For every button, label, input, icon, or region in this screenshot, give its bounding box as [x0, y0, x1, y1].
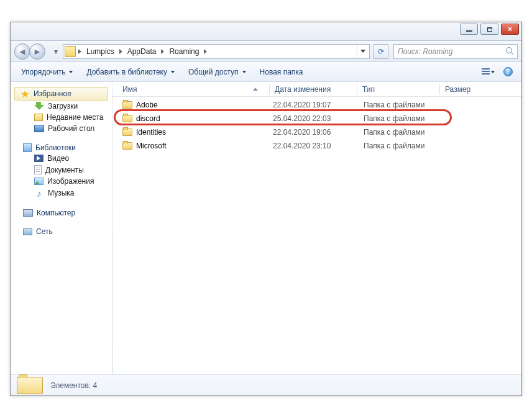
video-icon [34, 155, 44, 162]
column-header-size[interactable]: Размер [440, 83, 496, 96]
status-item-count: Элементов: 4 [50, 381, 97, 390]
organize-button[interactable]: Упорядочить [16, 65, 78, 79]
nav-back-button[interactable]: ◄ [14, 43, 30, 60]
include-in-library-button[interactable]: Добавить в библиотеку [81, 65, 180, 79]
sidebar-item-downloads[interactable]: Загрузки [11, 101, 112, 112]
computer-label: Компьютер [37, 209, 75, 217]
sidebar-item-label: Видео [47, 154, 69, 163]
nav-forward-button[interactable]: ► [29, 43, 45, 60]
column-header-name[interactable]: Имя [117, 83, 269, 96]
folder-icon [122, 142, 132, 150]
chevron-right-icon [161, 49, 164, 54]
share-label: Общий доступ [188, 68, 239, 76]
star-icon: ★ [20, 89, 30, 99]
computer-icon [23, 209, 33, 217]
file-name: Microsoft [136, 142, 167, 150]
window-close-button[interactable]: × [501, 24, 519, 35]
address-bar[interactable]: Lumpics AppData Roaming [63, 44, 370, 59]
folder-icon [122, 129, 132, 136]
window-maximize-button[interactable] [480, 24, 498, 35]
file-modified: 25.04.2020 22:03 [273, 114, 360, 123]
navigation-row: ◄ ► ▾ Lumpics AppData Roaming ⟳ [11, 41, 521, 62]
include-label: Добавить в библиотеку [86, 68, 167, 76]
sidebar-libraries-header[interactable]: Библиотеки [11, 143, 112, 153]
desktop-icon [34, 125, 44, 132]
column-label: Дата изменения [275, 85, 331, 94]
sidebar-favorites-header[interactable]: ★ Избранное [14, 87, 108, 101]
breadcrumb-segment[interactable]: Lumpics [84, 45, 117, 58]
help-icon: ? [503, 67, 513, 76]
libraries-label: Библиотеки [35, 143, 76, 152]
refresh-button[interactable]: ⟳ [374, 44, 388, 59]
chevron-down-icon [360, 50, 365, 53]
sidebar-item-label: Недавние места [47, 113, 103, 122]
sidebar-item-desktop[interactable]: Рабочий стол [11, 123, 112, 134]
column-label: Размер [445, 85, 470, 94]
new-folder-label: Новая папка [260, 68, 303, 76]
sidebar-network-header[interactable]: Сеть [11, 227, 112, 237]
view-options-button[interactable] [479, 65, 497, 79]
folder-icon [122, 101, 132, 109]
share-button[interactable]: Общий доступ [183, 65, 252, 79]
breadcrumb-segment[interactable]: AppData [125, 45, 159, 58]
pictures-icon [34, 178, 44, 185]
file-type: Папка с файлами [364, 142, 463, 150]
file-modified: 22.04.2020 19:06 [273, 128, 360, 137]
sidebar-item-recent[interactable]: Недавние места [11, 112, 112, 123]
sidebar-item-videos[interactable]: Видео [11, 153, 112, 164]
file-type: Папка с файлами [364, 114, 463, 123]
sidebar-item-documents[interactable]: Документы [11, 164, 112, 176]
chevron-right-icon [78, 49, 81, 54]
favorites-label: Избранное [34, 89, 71, 98]
downloads-icon [34, 102, 44, 111]
folder-large-icon [17, 377, 43, 394]
command-toolbar: Упорядочить Добавить в библиотеку Общий … [11, 62, 521, 82]
column-headers: Имя Дата изменения Тип Размер [112, 82, 521, 97]
breadcrumb-segment[interactable]: Roaming [167, 45, 201, 58]
recent-places-icon [34, 114, 43, 121]
music-icon: ♪ [34, 188, 44, 198]
document-icon [34, 165, 42, 174]
file-modified: 22.04.2020 23:10 [273, 142, 360, 150]
column-label: Тип [362, 85, 375, 94]
file-row[interactable]: Adobe22.04.2020 19:07Папка с файлами [117, 98, 516, 112]
folder-icon [65, 46, 76, 57]
file-row[interactable]: Microsoft22.04.2020 23:10Папка с файлами [117, 139, 516, 153]
file-row[interactable]: Identities22.04.2020 19:06Папка с файлам… [117, 125, 516, 139]
file-modified: 22.04.2020 19:07 [273, 101, 360, 109]
window-minimize-button[interactable] [460, 24, 478, 35]
window-titlebar: × [11, 22, 521, 41]
file-row[interactable]: discord25.04.2020 22:03Папка с файлами [117, 112, 516, 125]
chevron-down-icon [242, 71, 246, 73]
minimize-icon [466, 30, 472, 32]
search-input[interactable] [397, 47, 503, 56]
column-header-modified[interactable]: Дата изменения [270, 83, 357, 96]
network-label: Сеть [36, 227, 53, 236]
help-button[interactable]: ? [499, 65, 516, 79]
sort-ascending-icon [253, 88, 258, 91]
chevron-down-icon [171, 71, 175, 73]
chevron-down-icon [69, 71, 73, 73]
sidebar-computer-header[interactable]: Компьютер [11, 208, 112, 218]
nav-history-dropdown[interactable]: ▾ [52, 45, 60, 58]
new-folder-button[interactable]: Новая папка [254, 65, 309, 79]
address-dropdown[interactable] [357, 45, 368, 58]
file-name: Adobe [136, 101, 158, 109]
chevron-right-icon [204, 49, 207, 54]
search-icon [506, 47, 515, 56]
file-list-pane: Имя Дата изменения Тип Размер Adobe22.04… [112, 82, 521, 374]
sidebar-item-label: Музыка [48, 189, 74, 197]
organize-label: Упорядочить [21, 68, 65, 76]
refresh-icon: ⟳ [378, 47, 384, 56]
chevron-right-icon [119, 49, 122, 54]
maximize-icon [487, 27, 492, 32]
sidebar-item-pictures[interactable]: Изображения [11, 176, 112, 187]
file-type: Папка с файлами [364, 101, 463, 109]
column-header-type[interactable]: Тип [357, 83, 439, 96]
file-name: discord [136, 114, 160, 123]
search-box[interactable] [393, 44, 518, 59]
sidebar-item-label: Загрузки [48, 102, 78, 111]
folder-icon [122, 115, 132, 122]
sidebar-item-music[interactable]: ♪ Музыка [11, 187, 112, 199]
close-icon: × [508, 25, 512, 33]
